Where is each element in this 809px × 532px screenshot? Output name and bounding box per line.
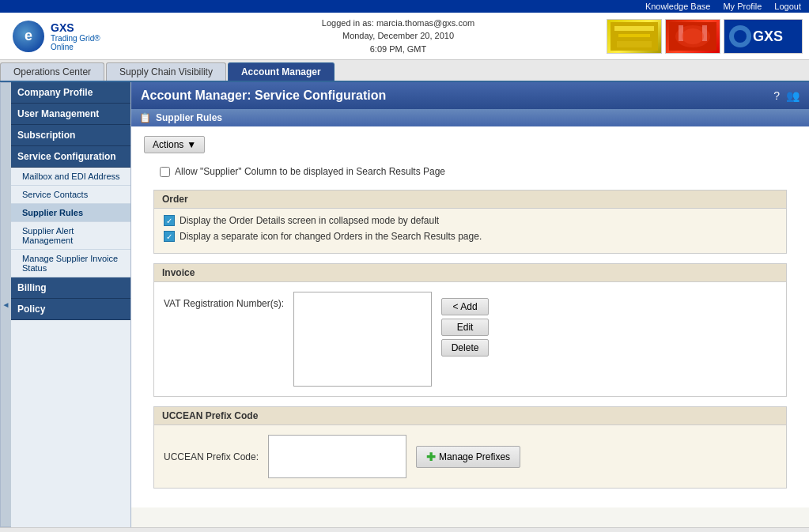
sidebar-item-company-profile[interactable]: Company Profile	[11, 82, 130, 104]
logo-text: GXS Trading Grid® Online	[51, 21, 100, 51]
svg-rect-3	[617, 41, 652, 47]
vat-buttons: < Add Edit Delete	[441, 292, 489, 357]
logout-link[interactable]: Logout	[774, 2, 801, 11]
uccean-section: UCCEAN Prefix Code UCCEAN Prefix Code: ✚…	[153, 406, 787, 489]
footer: © Copyright 2003-2008. GXS, Inc. All rig…	[0, 527, 809, 532]
help-button[interactable]: ?	[773, 89, 780, 102]
promo-image-1	[607, 19, 662, 54]
logo-area: e GXS Trading Grid® Online	[0, 21, 190, 52]
invoice-section: Invoice VAT Registration Number(s): < Ad…	[153, 263, 787, 397]
sidebar-item-service-configuration[interactable]: Service Configuration	[11, 146, 130, 168]
order-check-row-2: ✓ Display a separate icon for changed Or…	[164, 231, 777, 242]
login-line3: 6:09 PM, GMT	[190, 43, 607, 56]
vat-label: VAT Registration Number(s):	[164, 292, 284, 309]
promo-image-2	[665, 19, 720, 54]
svg-rect-2	[618, 34, 650, 37]
users-button[interactable]: 👥	[786, 89, 800, 102]
uccean-section-title: UCCEAN Prefix Code	[154, 407, 786, 425]
top-bar: Knowledge Base My Profile Logout	[0, 0, 809, 13]
content-header: Account Manager: Service Configuration ?…	[131, 82, 809, 109]
svg-point-11	[734, 30, 747, 43]
panel-icon: 📋	[139, 112, 151, 123]
order-check-1-icon: ✓	[164, 215, 175, 226]
header-images: GXS	[607, 19, 809, 54]
gxs-logo-box: GXS	[724, 19, 803, 54]
edit-vat-button[interactable]: Edit	[441, 319, 489, 336]
tab-supply-chain[interactable]: Supply Chain Visibility	[106, 62, 226, 81]
content-area: Account Manager: Service Configuration ?…	[131, 82, 809, 527]
supplier-column-row: Allow "Supplier" Column to be displayed …	[160, 166, 781, 177]
order-section: Order ✓ Display the Order Details screen…	[153, 190, 787, 254]
sidebar: Company Profile User Management Subscrip…	[11, 82, 131, 527]
supplier-column-checkbox[interactable]	[160, 167, 170, 177]
order-check-row-1: ✓ Display the Order Details screen in co…	[164, 215, 777, 226]
uccean-label: UCCEAN Prefix Code:	[164, 451, 259, 462]
add-vat-button[interactable]: < Add	[441, 298, 489, 315]
brand-name: GXS	[51, 21, 100, 34]
invoice-section-title: Invoice	[154, 264, 786, 282]
header-icon-group: ? 👥	[773, 89, 800, 102]
logo-icon: e	[13, 21, 44, 52]
sidebar-sub-manage-invoice[interactable]: Manage Supplier Invoice Status	[11, 250, 130, 277]
main-layout: ◄ Company Profile User Management Subscr…	[0, 82, 809, 527]
sidebar-item-subscription[interactable]: Subscription	[11, 125, 130, 146]
header: e GXS Trading Grid® Online Logged in as:…	[0, 13, 809, 60]
nav-tabs: Operations Center Supply Chain Visibilit…	[0, 60, 809, 82]
svg-point-8	[682, 28, 704, 44]
red-img-svg	[669, 22, 716, 51]
order-section-body: ✓ Display the Order Details screen in co…	[154, 209, 786, 253]
sidebar-sub-supplier-rules[interactable]: Supplier Rules	[11, 204, 130, 222]
tab-operations-center[interactable]: Operations Center	[0, 62, 104, 81]
order-section-title: Order	[154, 191, 786, 209]
actions-label: Actions	[153, 139, 183, 150]
dropdown-arrow-icon: ▼	[187, 139, 196, 150]
login-line2: Monday, December 20, 2010	[190, 29, 607, 43]
knowledge-base-link[interactable]: Knowledge Base	[645, 2, 711, 11]
order-check-2-label: Display a separate icon for changed Orde…	[180, 231, 482, 242]
page-title: Account Manager: Service Configuration	[141, 89, 386, 103]
sidebar-item-policy[interactable]: Policy	[11, 299, 130, 320]
login-line1: Logged in as: marcia.thomas@gxs.com	[190, 17, 607, 30]
uccean-input-box[interactable]	[268, 435, 406, 478]
order-check-1-label: Display the Order Details screen in coll…	[180, 215, 439, 226]
panel-header: 📋 Supplier Rules	[131, 109, 809, 126]
svg-rect-1	[614, 26, 654, 31]
sidebar-sub-supplier-alert[interactable]: Supplier Alert Management	[11, 222, 130, 250]
tab-account-manager[interactable]: Account Manager	[228, 62, 335, 81]
plus-icon: ✚	[426, 451, 436, 463]
login-info: Logged in as: marcia.thomas@gxs.com Mond…	[190, 17, 607, 56]
manage-prefixes-button[interactable]: ✚ Manage Prefixes	[416, 446, 520, 468]
brand-sub1: Trading Grid®	[51, 34, 100, 43]
brand-sub2: Online	[51, 43, 100, 51]
uccean-body: UCCEAN Prefix Code: ✚ Manage Prefixes	[154, 425, 786, 488]
sidebar-item-billing[interactable]: Billing	[11, 277, 130, 299]
my-profile-link[interactable]: My Profile	[723, 2, 762, 11]
supplier-rules-panel: 📋 Supplier Rules Actions ▼ Allow "Suppli…	[131, 109, 809, 507]
order-check-2-icon: ✓	[164, 231, 175, 242]
manage-prefixes-label: Manage Prefixes	[439, 451, 510, 462]
panel-body: Actions ▼ Allow "Supplier" Column to be …	[131, 126, 809, 507]
actions-dropdown-button[interactable]: Actions ▼	[144, 136, 205, 153]
vat-listbox[interactable]	[293, 292, 432, 387]
yellow-img-svg	[611, 22, 658, 51]
delete-vat-button[interactable]: Delete	[441, 339, 489, 357]
sidebar-sub-mailbox-edi[interactable]: Mailbox and EDI Address	[11, 168, 130, 186]
gxs-logo-svg: GXS	[724, 19, 802, 54]
sidebar-toggle[interactable]: ◄	[0, 82, 11, 527]
svg-text:GXS: GXS	[753, 28, 783, 44]
invoice-body: VAT Registration Number(s): < Add Edit D…	[154, 282, 786, 396]
panel-title: Supplier Rules	[156, 112, 222, 123]
supplier-column-label: Allow "Supplier" Column to be displayed …	[175, 166, 445, 177]
sidebar-item-user-management[interactable]: User Management	[11, 104, 130, 125]
sidebar-sub-service-contacts[interactable]: Service Contacts	[11, 186, 130, 204]
